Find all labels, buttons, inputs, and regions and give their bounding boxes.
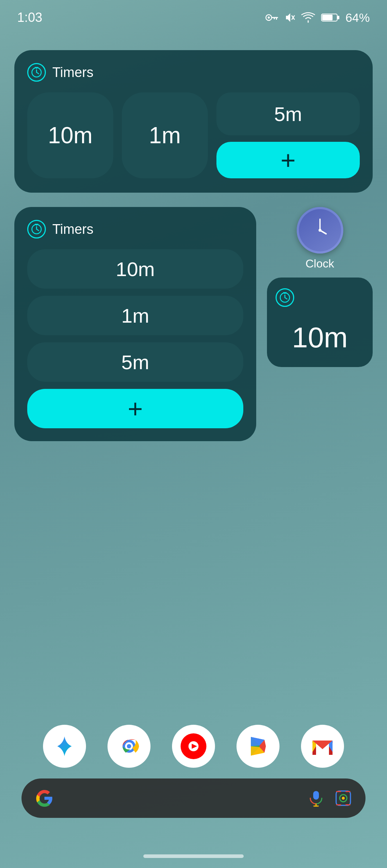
svg-rect-48 [336,804,341,805]
widget-small-title: Timers [52,222,94,237]
lens-icon[interactable] [334,789,353,807]
clock-app-label: Clock [305,257,334,270]
playstore-app-icon[interactable] [236,725,280,768]
timer-1m-large-btn[interactable]: 1m [122,92,208,178]
clock-face [297,207,343,254]
status-icons: 64% [265,11,370,25]
microphone-icon[interactable] [307,789,325,807]
svg-rect-49 [345,791,350,792]
ytmusic-icon [179,732,208,761]
clock-hands-svg [304,214,336,246]
timer-5m-large-btn[interactable]: 5m [216,92,360,135]
single-timer-value: 10m [276,321,364,354]
clock-widget[interactable]: Clock [267,207,373,270]
svg-rect-3 [276,18,277,20]
single-timer-icon [276,288,294,307]
gmail-icon [308,732,337,761]
search-bar-right [307,789,353,807]
single-timer-widget[interactable]: 10m [267,278,373,367]
svg-rect-2 [271,17,278,18]
gmail-app-icon[interactable] [301,725,344,768]
timer-10m-large-btn[interactable]: 10m [27,92,113,178]
widgets-row-bottom: Timers 10m 1m 5m + [14,207,373,441]
battery-percent: 64% [345,11,370,25]
search-bar[interactable] [22,778,366,818]
chrome-icon [115,732,143,761]
timer-buttons-large: 10m 1m 5m + [27,92,360,178]
widget-large-title: Timers [52,65,94,80]
svg-rect-47 [336,791,341,792]
gemini-app-icon[interactable] [43,725,86,768]
svg-rect-50 [345,804,350,805]
widget-large-header: Timers [27,63,360,82]
status-bar: 1:03 64% [0,0,387,29]
dock-area [0,725,387,818]
gemini-icon [52,733,77,759]
battery-icon [321,13,340,23]
timer-add-large-btn[interactable]: + [216,142,360,178]
widget-small-header: Timers [27,220,243,238]
status-time: 1:03 [17,10,42,25]
svg-point-1 [268,16,270,19]
ytmusic-app-icon[interactable] [172,725,215,768]
right-col: Clock 10m [267,207,373,367]
svg-line-19 [37,229,39,231]
timer-5m-small-btn[interactable]: 5m [27,342,243,382]
timer-icon-small [27,220,46,238]
vpn-key-icon [265,14,278,21]
svg-rect-10 [338,16,339,19]
timers-widget-small: Timers 10m 1m 5m + [14,207,256,441]
wifi-icon [301,12,315,23]
app-row [43,725,344,768]
svg-rect-9 [322,15,333,20]
clock-face-inner [299,209,341,251]
timer-1m-small-btn[interactable]: 1m [27,296,243,335]
svg-point-33 [127,744,131,748]
svg-marker-5 [286,13,290,22]
timer-right-col-large: 5m + [216,92,360,178]
widgets-area: Timers 10m 1m 5m + [0,29,387,441]
svg-rect-42 [313,791,319,800]
home-indicator [143,854,244,858]
timers-widget-large: Timers 10m 1m 5m + [14,50,373,193]
google-g-icon [34,788,54,808]
svg-rect-4 [274,18,275,19]
timer-add-small-btn[interactable]: + [27,389,243,428]
svg-line-14 [37,72,39,74]
timer-icon-large [27,63,46,82]
timer-10m-small-btn[interactable]: 10m [27,249,243,289]
chrome-app-icon[interactable] [108,725,150,768]
svg-point-46 [342,797,345,800]
playstore-icon [244,732,272,761]
volume-off-icon [284,12,295,23]
svg-point-23 [319,229,321,232]
svg-line-27 [285,298,287,299]
